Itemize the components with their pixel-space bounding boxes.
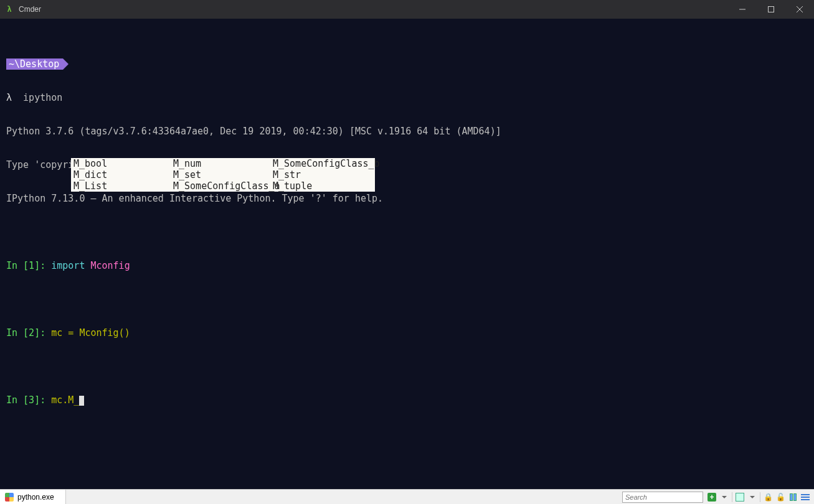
in-prompt-2: In [2]: <box>6 327 45 338</box>
new-console-button[interactable]: + <box>707 492 717 502</box>
close-button[interactable] <box>785 0 814 19</box>
svg-rect-1 <box>769 7 774 12</box>
autocomplete-item[interactable]: M_SomeConfigClass_a <box>173 180 273 192</box>
window-controls <box>728 0 814 19</box>
separator <box>732 492 732 502</box>
in1-module: Mconfig <box>85 260 130 271</box>
lock-open-icon[interactable]: 🔓 <box>775 492 785 502</box>
autocomplete-item[interactable]: M_dict <box>73 169 173 180</box>
autocomplete-item[interactable]: M_SomeConfigClass_b <box>273 158 372 169</box>
autocomplete-item[interactable]: M_tuple <box>273 180 372 192</box>
window-title: Cmder <box>19 5 728 14</box>
lock-icon[interactable]: 🔒 <box>763 492 773 502</box>
window-mode-button[interactable] <box>735 492 745 502</box>
ipython-banner-tail: — An enhanced Interactive Python. Type '… <box>85 193 383 204</box>
in2-code: mc = Mconfig() <box>45 327 130 338</box>
autocomplete-item[interactable]: M_List <box>73 180 173 192</box>
autocomplete-item[interactable]: M_set <box>173 169 273 180</box>
search-input[interactable] <box>622 492 703 503</box>
autocomplete-item[interactable]: M_bool <box>73 158 173 169</box>
cursor <box>79 396 84 406</box>
menu-button[interactable] <box>800 492 810 502</box>
in1-code-pre <box>45 260 51 271</box>
titlebar: λ Cmder <box>0 0 814 19</box>
maximize-button[interactable] <box>757 0 785 19</box>
new-console-dropdown[interactable] <box>719 492 729 502</box>
console-tab[interactable]: python.exe <box>0 490 66 504</box>
prompt-symbol: λ <box>6 92 12 103</box>
in1-import-kw: import <box>51 260 85 271</box>
autocomplete-item[interactable]: M_str <box>273 169 372 180</box>
autocomplete-item[interactable]: M_num <box>173 158 273 169</box>
shell-command: ipython <box>23 92 62 103</box>
terminal[interactable]: ~\Desktop λ ipython Python 3.7.6 (tags/v… <box>0 19 814 489</box>
split-view-button[interactable] <box>788 492 798 502</box>
in-prompt-1: In [1]: <box>6 260 45 271</box>
python-banner-line: Python 3.7.6 (tags/v3.7.6:43364a7ae0, De… <box>6 126 808 137</box>
in3-code: mc.M_ <box>45 394 79 406</box>
tab-label: python.exe <box>17 493 54 502</box>
statusbar-icons: + 🔒 🔓 <box>707 490 814 504</box>
separator <box>760 492 760 502</box>
window-mode-dropdown[interactable] <box>747 492 757 502</box>
minimize-button[interactable] <box>728 0 757 19</box>
statusbar: python.exe + 🔒 🔓 <box>0 489 814 504</box>
in-prompt-3: In [3]: <box>6 394 45 406</box>
shield-icon <box>5 493 14 502</box>
prompt-path: ~\Desktop <box>6 58 63 70</box>
ipython-banner-version: IPython 7.13.0 <box>6 193 85 204</box>
autocomplete-popup[interactable]: M_boolM_numM_SomeConfigClass_bM_dictM_se… <box>71 158 375 192</box>
app-icon: λ <box>5 5 14 14</box>
